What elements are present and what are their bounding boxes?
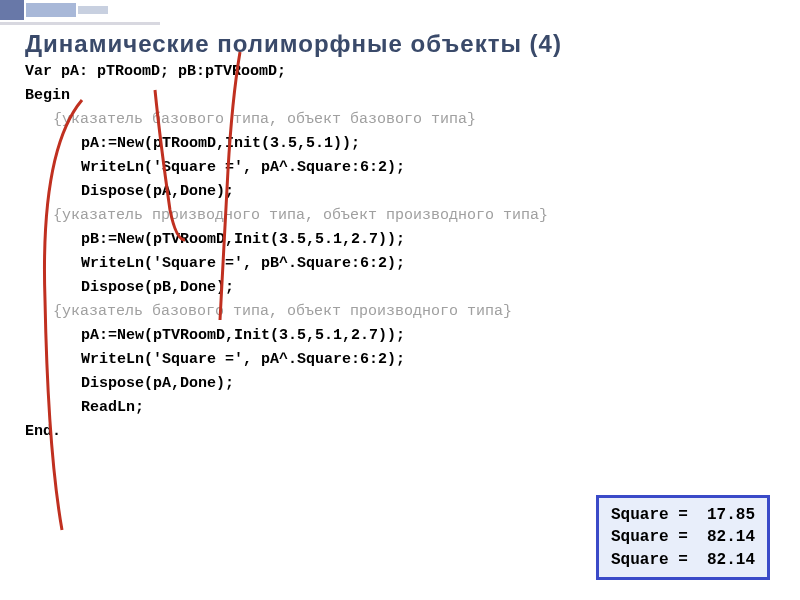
code-line: pB:=New(pTVRoomD,Init(3.5,5.1,2.7)); <box>81 228 775 252</box>
code-comment: {указатель базового типа, объект произво… <box>53 300 775 324</box>
code-comment: {указатель производного типа, объект про… <box>53 204 775 228</box>
code-comment: {указатель базового типа, объект базовог… <box>53 108 775 132</box>
output-line: Square = 17.85 <box>611 506 755 524</box>
code-line: WriteLn('Square =', pB^.Square:6:2); <box>81 252 775 276</box>
output-line: Square = 82.14 <box>611 551 755 569</box>
header-decoration <box>0 0 200 30</box>
code-line: pA:=New(pTRoomD,Init(3.5,5.1)); <box>81 132 775 156</box>
code-line: Dispose(pB,Done); <box>81 276 775 300</box>
code-line: ReadLn; <box>81 396 775 420</box>
code-line: pA:=New(pTVRoomD,Init(3.5,5.1,2.7)); <box>81 324 775 348</box>
code-line: Dispose(pA,Done); <box>81 372 775 396</box>
output-box: Square = 17.85 Square = 82.14 Square = 8… <box>596 495 770 580</box>
code-line: Var pA: pTRoomD; pB:pTVRoomD; <box>25 60 775 84</box>
slide-title: Динамические полиморфные объекты (4) <box>25 30 775 58</box>
code-line: WriteLn('Square =', pA^.Square:6:2); <box>81 156 775 180</box>
code-block: Var pA: pTRoomD; pB:pTVRoomD; Begin {ука… <box>25 60 775 444</box>
output-line: Square = 82.14 <box>611 528 755 546</box>
code-line: Dispose(pA,Done); <box>81 180 775 204</box>
code-line: WriteLn('Square =', pA^.Square:6:2); <box>81 348 775 372</box>
code-line: End. <box>25 420 775 444</box>
code-line: Begin <box>25 84 775 108</box>
slide-content: Динамические полиморфные объекты (4) Var… <box>25 30 775 444</box>
